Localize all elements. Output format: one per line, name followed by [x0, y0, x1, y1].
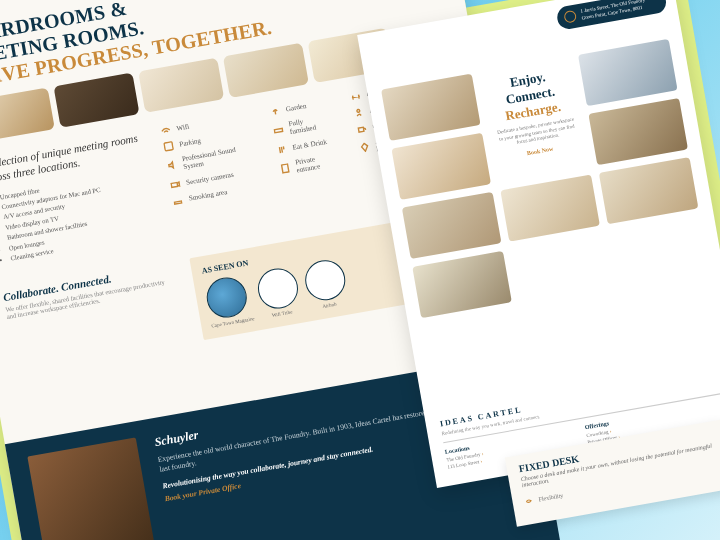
press-badge[interactable]	[302, 257, 348, 303]
testimonial-portrait: ❝	[27, 437, 160, 540]
address-pill[interactable]: 1 Jarvis Street, The Old Foundry Green P…	[555, 0, 667, 31]
book-now-link[interactable]: Book Now	[526, 145, 553, 156]
space-thumb[interactable]	[391, 133, 491, 200]
room-thumb[interactable]	[53, 73, 139, 128]
smoking-icon	[172, 195, 184, 207]
room-thumb[interactable]	[0, 87, 55, 142]
sound-icon	[166, 160, 178, 172]
hero-heading: Enjoy. Connect. Recharge.	[487, 65, 574, 126]
accessibility-icon	[353, 107, 365, 119]
svg-rect-4	[282, 164, 289, 173]
space-thumb[interactable]	[599, 157, 699, 224]
flexibility-icon	[524, 497, 533, 506]
wifi-icon	[160, 125, 172, 137]
svg-rect-2	[174, 201, 181, 204]
eat-icon	[276, 144, 288, 156]
press-badge[interactable]	[255, 266, 301, 312]
press-badge[interactable]	[204, 275, 250, 321]
space-thumb[interactable]	[381, 74, 481, 141]
room-thumb[interactable]	[138, 58, 224, 113]
parking-icon	[163, 141, 175, 153]
space-thumb[interactable]	[412, 251, 512, 318]
space-thumb[interactable]	[588, 98, 688, 165]
locations-icon	[359, 142, 371, 154]
svg-point-5	[357, 109, 360, 112]
furnished-icon	[273, 125, 285, 137]
entrance-icon	[279, 163, 291, 175]
svg-rect-0	[164, 142, 173, 151]
gym-icon	[350, 91, 362, 103]
space-thumb[interactable]	[500, 174, 600, 241]
camera-icon	[170, 179, 182, 191]
space-thumb[interactable]	[402, 192, 502, 259]
room-thumb[interactable]	[223, 43, 309, 98]
svg-rect-6	[359, 127, 365, 132]
space-thumb[interactable]	[578, 39, 678, 106]
amenities-bullets: Uncapped fibre Connectivity adaptors for…	[0, 165, 165, 264]
svg-rect-3	[274, 129, 282, 133]
garden-icon	[269, 106, 281, 118]
coffee-icon	[356, 123, 368, 135]
svg-rect-1	[171, 182, 178, 187]
